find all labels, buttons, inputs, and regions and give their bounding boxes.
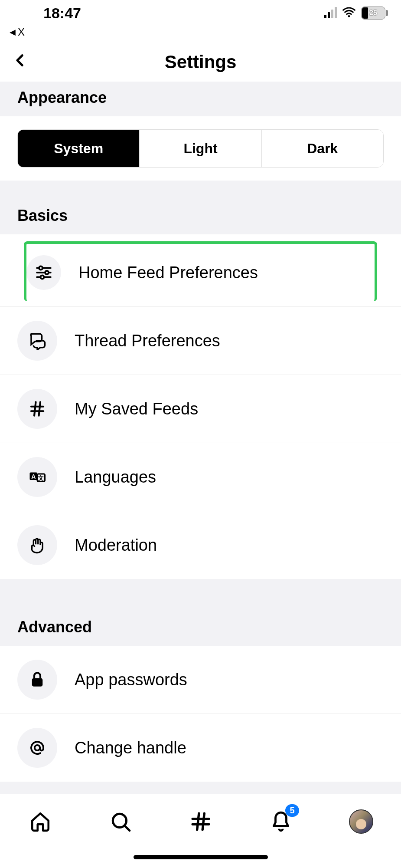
section-header-basics: Basics <box>0 200 401 234</box>
wifi-icon <box>342 5 356 21</box>
chat-bubbles-icon <box>17 321 57 361</box>
tab-home[interactable] <box>28 809 52 834</box>
row-home-feed-preferences[interactable]: Home Feed Preferences <box>24 241 377 301</box>
avatar <box>349 809 373 834</box>
row-thread-preferences[interactable]: Thread Preferences <box>0 307 401 375</box>
svg-line-9 <box>34 402 36 416</box>
svg-line-10 <box>39 402 41 416</box>
sliders-icon <box>26 255 61 290</box>
row-my-saved-feeds[interactable]: My Saved Feeds <box>0 375 401 443</box>
notifications-badge: 5 <box>285 804 299 817</box>
page-title: Settings <box>165 52 237 72</box>
appearance-option-dark[interactable]: Dark <box>262 130 383 167</box>
hand-icon <box>17 525 57 565</box>
svg-point-6 <box>40 275 44 279</box>
section-header-advanced: Advanced <box>0 579 401 646</box>
svg-text:文: 文 <box>38 475 44 481</box>
svg-point-2 <box>39 266 42 270</box>
battery-icon: 25 <box>361 7 388 20</box>
translate-icon: A文 <box>17 457 57 497</box>
back-triangle-icon: ◀ <box>10 27 16 37</box>
appearance-option-system[interactable]: System <box>18 130 140 167</box>
back-to-app[interactable]: ◀ X <box>0 26 401 43</box>
status-time: 18:47 <box>43 5 81 22</box>
back-to-app-label: X <box>18 26 25 38</box>
tab-search[interactable] <box>108 809 133 834</box>
appearance-option-light[interactable]: Light <box>140 130 261 167</box>
svg-point-0 <box>348 15 350 17</box>
bottom-tab-bar: 5 <box>0 794 401 868</box>
section-header-appearance: Appearance <box>0 82 401 116</box>
svg-point-4 <box>45 271 49 274</box>
row-label: Home Feed Preferences <box>78 263 258 282</box>
home-indicator <box>134 855 268 859</box>
tab-profile[interactable] <box>349 809 373 834</box>
svg-line-18 <box>125 826 129 830</box>
row-label: Languages <box>75 468 156 487</box>
svg-line-21 <box>197 813 199 830</box>
row-languages[interactable]: A文 Languages <box>0 443 401 511</box>
row-label: Change handle <box>75 739 186 757</box>
row-moderation[interactable]: Moderation <box>0 511 401 579</box>
appearance-segmented-control: System Light Dark <box>17 129 384 168</box>
row-change-handle[interactable]: Change handle <box>0 714 401 782</box>
tab-notifications[interactable]: 5 <box>269 809 293 834</box>
row-label: Thread Preferences <box>75 332 220 350</box>
page-header: Settings <box>0 43 401 82</box>
at-sign-icon <box>17 728 57 768</box>
row-label: My Saved Feeds <box>75 400 198 418</box>
hash-icon <box>17 389 57 429</box>
svg-text:A: A <box>31 473 36 480</box>
row-app-passwords[interactable]: App passwords <box>0 646 401 714</box>
cellular-signal-icon <box>324 8 337 18</box>
back-button[interactable] <box>13 53 28 72</box>
lock-icon <box>17 660 57 700</box>
status-bar: 18:47 25 <box>0 0 401 26</box>
section-gap <box>0 181 401 200</box>
battery-percentage: 25 <box>369 9 377 17</box>
row-label: App passwords <box>75 671 187 689</box>
svg-line-22 <box>202 813 204 830</box>
row-label: Moderation <box>75 536 157 555</box>
status-right: 25 <box>324 5 388 21</box>
svg-rect-15 <box>32 678 43 687</box>
tab-feeds[interactable] <box>189 809 213 834</box>
